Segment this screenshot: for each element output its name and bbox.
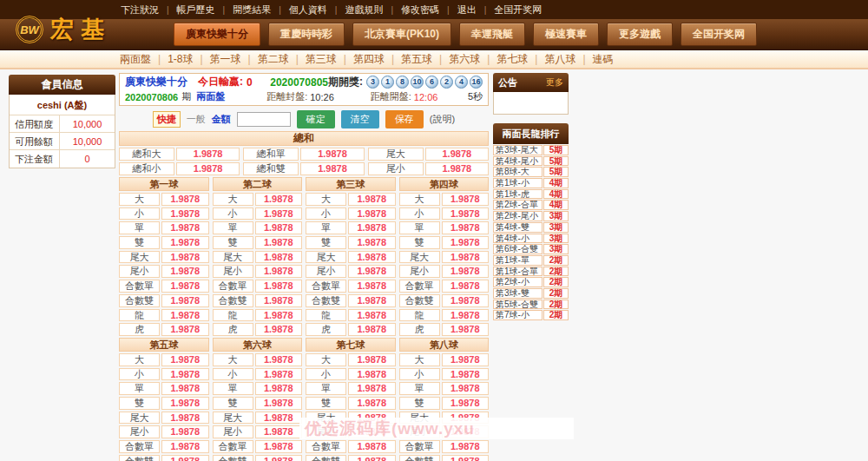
bet-cell-odds[interactable]: 1.9878 <box>255 412 303 425</box>
bet-cell-odds[interactable]: 1.9878 <box>300 148 364 161</box>
bet-cell-odds[interactable]: 1.9878 <box>442 353 490 366</box>
bet-cell-odds[interactable]: 1.9878 <box>255 455 303 461</box>
bet-cell-odds[interactable]: 1.9878 <box>442 251 490 264</box>
bet-cell-odds[interactable]: 1.9878 <box>161 207 209 221</box>
bet-cell-odds[interactable]: 1.9878 <box>442 309 490 322</box>
bet-cell-odds[interactable]: 1.9878 <box>348 294 396 307</box>
bet-cell-odds[interactable]: 1.9878 <box>425 162 489 175</box>
bet-cell-odds[interactable]: 1.9878 <box>348 280 396 293</box>
bet-cell-odds[interactable]: 1.9878 <box>161 221 209 234</box>
game-tab[interactable]: 極速賽車 <box>533 23 599 46</box>
bet-cell-odds[interactable]: 1.9878 <box>348 353 396 366</box>
game-tab[interactable]: 全国开奖网 <box>681 23 757 46</box>
bet-cell-odds[interactable]: 1.9878 <box>442 425 490 438</box>
bet-cell-odds[interactable]: 1.9878 <box>255 251 303 264</box>
bet-cell-odds[interactable]: 1.9878 <box>442 280 490 293</box>
game-tab[interactable]: 重慶時時彩 <box>268 23 345 46</box>
bet-cell-odds[interactable]: 1.9878 <box>348 455 396 461</box>
game-tab[interactable]: 更多遊戲 <box>607 23 673 46</box>
bet-cell-odds[interactable]: 1.9878 <box>255 425 303 438</box>
bet-cell-odds[interactable]: 1.9878 <box>442 207 490 221</box>
normal-bet-button[interactable]: 一般 <box>187 113 206 126</box>
bet-cell-odds[interactable]: 1.9878 <box>161 193 209 206</box>
bet-cell-odds[interactable]: 1.9878 <box>161 368 209 381</box>
bet-cell-odds[interactable]: 1.9878 <box>348 382 396 395</box>
bet-cell-odds[interactable]: 1.9878 <box>255 221 303 234</box>
game-tab-active[interactable]: 廣東快樂十分 <box>174 23 260 46</box>
bet-cell-odds[interactable]: 1.9878 <box>348 323 396 336</box>
bet-cell-odds[interactable]: 1.9878 <box>161 280 209 293</box>
announcement-more-link[interactable]: 更多 <box>546 76 563 89</box>
subnav-item[interactable]: 第八球 <box>537 52 582 67</box>
bet-cell-odds[interactable]: 1.9878 <box>161 353 209 366</box>
quick-bet-button[interactable]: 快捷 <box>153 111 181 128</box>
bet-cell-odds[interactable]: 1.9878 <box>348 440 396 453</box>
bet-cell-odds[interactable]: 1.9878 <box>348 193 396 206</box>
topnav-link[interactable]: 帳戶歷史 <box>169 3 223 16</box>
topnav-link[interactable]: 遊戲規則 <box>337 3 391 16</box>
bet-cell-odds[interactable]: 1.9878 <box>442 440 490 453</box>
bet-cell-odds[interactable]: 1.9878 <box>255 236 303 249</box>
bet-cell-odds[interactable]: 1.9878 <box>161 265 209 278</box>
bet-cell-odds[interactable]: 1.9878 <box>161 440 209 453</box>
bet-cell-odds[interactable]: 1.9878 <box>255 280 303 293</box>
bet-cell-odds[interactable]: 1.9878 <box>161 412 209 425</box>
bet-cell-odds[interactable]: 1.9878 <box>161 236 209 249</box>
bet-cell-odds[interactable]: 1.9878 <box>348 251 396 264</box>
bet-cell-odds[interactable]: 1.9878 <box>442 236 490 249</box>
topnav-link[interactable]: 開獎結果 <box>225 3 279 16</box>
mode-link[interactable]: 兩面盤 <box>196 90 225 103</box>
bet-cell-odds[interactable]: 1.9878 <box>161 309 209 322</box>
subnav-item[interactable]: 兩面盤 <box>113 52 158 67</box>
bet-cell-odds[interactable]: 1.9878 <box>442 382 490 395</box>
bet-cell-odds[interactable]: 1.9878 <box>255 265 303 278</box>
bet-cell-odds[interactable]: 1.9878 <box>255 397 303 410</box>
bet-cell-odds[interactable]: 1.9878 <box>161 397 209 410</box>
bet-cell-odds[interactable]: 1.9878 <box>442 323 490 336</box>
bet-cell-odds[interactable]: 1.9878 <box>348 397 396 410</box>
bet-cell-odds[interactable]: 1.9878 <box>442 368 490 381</box>
bet-cell-odds[interactable]: 1.9878 <box>348 309 396 322</box>
bet-cell-odds[interactable]: 1.9878 <box>176 148 240 161</box>
bet-cell-odds[interactable]: 1.9878 <box>348 368 396 381</box>
topnav-link[interactable]: 個人資料 <box>281 3 335 16</box>
game-tab[interactable]: 北京賽車(PK10) <box>352 23 451 46</box>
subnav-item[interactable]: 第六球 <box>442 52 487 67</box>
subnav-item[interactable]: 第三球 <box>299 52 344 67</box>
bet-cell-odds[interactable]: 1.9878 <box>161 455 209 461</box>
bet-cell-odds[interactable]: 1.9878 <box>255 368 303 381</box>
subnav-item[interactable]: 第四球 <box>346 52 391 67</box>
topnav-link[interactable]: 下注狀況 <box>113 3 167 16</box>
bet-cell-odds[interactable]: 1.9878 <box>348 236 396 249</box>
help-link[interactable]: (說明) <box>430 113 455 126</box>
bet-cell-odds[interactable]: 1.9878 <box>442 265 490 278</box>
bet-cell-odds[interactable]: 1.9878 <box>442 412 490 425</box>
topnav-link[interactable]: 退出 <box>450 3 484 16</box>
bet-cell-odds[interactable]: 1.9878 <box>176 162 240 175</box>
save-button[interactable]: 保存 <box>385 110 424 128</box>
bet-cell-odds[interactable]: 1.9878 <box>161 382 209 395</box>
bet-cell-odds[interactable]: 1.9878 <box>425 148 489 161</box>
clear-button[interactable]: 清空 <box>341 110 379 128</box>
bet-cell-odds[interactable]: 1.9878 <box>348 412 396 425</box>
bet-cell-odds[interactable]: 1.9878 <box>300 162 364 175</box>
bet-cell-odds[interactable]: 1.9878 <box>255 207 303 221</box>
bet-cell-odds[interactable]: 1.9878 <box>348 425 396 438</box>
bet-cell-odds[interactable]: 1.9878 <box>255 294 303 307</box>
bet-cell-odds[interactable]: 1.9878 <box>161 251 209 264</box>
bet-cell-odds[interactable]: 1.9878 <box>442 193 490 206</box>
bet-cell-odds[interactable]: 1.9878 <box>255 382 303 395</box>
bet-cell-odds[interactable]: 1.9878 <box>161 294 209 307</box>
bet-cell-odds[interactable]: 1.9878 <box>442 397 490 410</box>
subnav-item[interactable]: 連碼 <box>586 52 621 67</box>
subnav-item[interactable]: 第一球 <box>203 52 248 67</box>
subnav-item[interactable]: 第七球 <box>490 52 535 67</box>
bet-cell-odds[interactable]: 1.9878 <box>161 323 209 336</box>
bet-cell-odds[interactable]: 1.9878 <box>255 309 303 322</box>
game-tab[interactable]: 幸運飛艇 <box>459 23 525 46</box>
bet-cell-odds[interactable]: 1.9878 <box>255 323 303 336</box>
subnav-item[interactable]: 第五球 <box>394 52 439 67</box>
bet-cell-odds[interactable]: 1.9878 <box>442 455 490 461</box>
bet-cell-odds[interactable]: 1.9878 <box>348 221 396 234</box>
amount-input[interactable] <box>237 112 291 127</box>
